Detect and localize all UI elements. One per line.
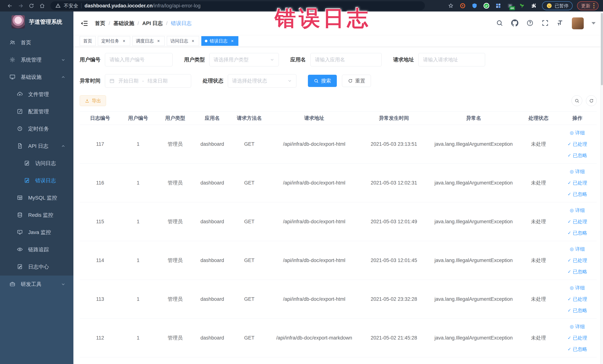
user-type-placeholder: 请选择用户类型: [214, 56, 249, 63]
help-icon[interactable]: [526, 19, 534, 27]
action-processed-link[interactable]: ✓已处理: [568, 180, 587, 186]
tab-access-log[interactable]: 访问日志: [167, 36, 199, 46]
user-type-select[interactable]: 请选择用户类型: [209, 53, 279, 66]
action-ignored-link[interactable]: ✓已忽略: [568, 269, 587, 275]
sidebar-item-mysql[interactable]: MySQL 监控: [0, 189, 73, 206]
extension-orange-ring-icon[interactable]: [459, 2, 466, 10]
eye-icon: ◎: [570, 169, 574, 174]
action-ignored-link[interactable]: ✓已忽略: [568, 191, 587, 198]
reset-button-label: 重置: [355, 78, 365, 84]
tab-home[interactable]: 首页: [80, 36, 96, 46]
breadcrumb-item[interactable]: 基础设施: [114, 20, 134, 27]
action-detail-link[interactable]: ◎详细: [570, 285, 585, 291]
eye-icon: ◎: [570, 130, 574, 135]
tab-job-log[interactable]: 调度日志: [132, 36, 165, 46]
tab-close-icon[interactable]: [121, 38, 127, 44]
paused-badge[interactable]: 已暂停: [542, 1, 573, 10]
browser-toolbar: 不安全 dashboard.yudao.iocoder.cn/infra/log…: [0, 0, 603, 12]
sidebar-item-access-log[interactable]: 访问日志: [0, 155, 73, 172]
tab-close-icon[interactable]: [190, 38, 196, 44]
action-processed-link[interactable]: ✓已处理: [568, 335, 587, 341]
extension-green-check-icon[interactable]: [483, 2, 490, 10]
sidebar-item-java[interactable]: Java 监控: [0, 224, 73, 241]
browser-back-icon[interactable]: [4, 1, 15, 10]
sidebar-item-trace[interactable]: 链路追踪: [0, 241, 73, 258]
bookmark-star-icon[interactable]: [447, 2, 454, 10]
action-label: 详细: [575, 207, 585, 214]
action-label: 已忽略: [573, 152, 587, 159]
chevron-down-icon: [61, 58, 66, 62]
sidebar-item-dev-tools[interactable]: 研发工具: [0, 276, 73, 293]
export-button[interactable]: 导出: [80, 95, 106, 106]
action-processed-link[interactable]: ✓已处理: [568, 141, 587, 147]
browser-reload-icon[interactable]: [26, 1, 37, 10]
action-processed-link[interactable]: ✓已处理: [568, 257, 587, 264]
request-url-input[interactable]: [418, 53, 485, 66]
breadcrumb-item[interactable]: 错误日志: [171, 20, 192, 27]
search-icon[interactable]: [496, 19, 504, 27]
sidebar-item-system[interactable]: 系统管理: [0, 51, 73, 69]
tab-error-log[interactable]: 错误日志: [201, 36, 238, 46]
action-processed-link[interactable]: ✓已处理: [568, 218, 587, 225]
exception-time-range-picker[interactable]: 开始日期 - 结束日期: [105, 74, 191, 88]
search-button[interactable]: 搜索: [308, 75, 337, 87]
avatar[interactable]: [572, 17, 584, 29]
action-detail-link[interactable]: ◎详细: [570, 130, 585, 136]
scrollbar-thumb[interactable]: [601, 13, 603, 85]
sidebar-collapse-icon[interactable]: [80, 19, 89, 28]
action-detail-link[interactable]: ◎详细: [570, 168, 585, 175]
toggle-search-button[interactable]: [571, 95, 582, 106]
tab-label: 调度日志: [136, 38, 154, 44]
action-ignored-link[interactable]: ✓已忽略: [568, 307, 587, 314]
action-ignored-link[interactable]: ✓已忽略: [568, 230, 587, 236]
process-status-select[interactable]: 请选择处理状态: [228, 74, 296, 88]
sidebar-item-redis[interactable]: Redis 监控: [0, 206, 73, 224]
sidebar-item-file[interactable]: 文件管理: [0, 86, 73, 103]
tab-close-icon[interactable]: [230, 38, 235, 44]
tab-label: 首页: [83, 38, 92, 44]
font-size-icon[interactable]: [557, 19, 565, 27]
action-ignored-link[interactable]: ✓已忽略: [568, 152, 587, 159]
extension-grid-icon[interactable]: [495, 2, 502, 10]
breadcrumb-item[interactable]: API 日志: [142, 20, 163, 27]
extension-list-icon[interactable]: on: [506, 2, 514, 10]
app-name-input[interactable]: [310, 53, 382, 66]
github-icon[interactable]: [511, 19, 519, 27]
sidebar-item-home[interactable]: 首页: [0, 34, 73, 51]
action-detail-link[interactable]: ◎详细: [570, 207, 585, 214]
browser-forward-icon[interactable]: [15, 1, 26, 10]
extension-blue-shield-icon[interactable]: [471, 2, 478, 10]
extension-puzzle-icon[interactable]: [530, 2, 538, 10]
column-header-0: 日志编号: [80, 111, 120, 125]
cell-user-id: 1: [120, 318, 156, 357]
cell-actions: ◎详细✓已处理✓已忽略: [558, 280, 597, 318]
tab-close-icon[interactable]: [156, 38, 161, 44]
action-detail-link[interactable]: ◎详细: [570, 246, 585, 252]
extension-plant-icon[interactable]: [518, 2, 526, 10]
avatar-caret-icon[interactable]: [591, 22, 596, 24]
cell-actions: ◎详细✓已处理✓已忽略: [558, 164, 597, 202]
sidebar-item-job[interactable]: 定时任务: [0, 120, 73, 137]
action-detail-link[interactable]: ◎详细: [570, 323, 585, 330]
search-icon: [314, 78, 319, 83]
sidebar-logo[interactable]: 芋道管理系统: [0, 12, 73, 29]
sidebar-item-infra[interactable]: 基础设施: [0, 69, 73, 86]
request-url-label: 请求地址: [393, 56, 414, 63]
sidebar-item-error-log[interactable]: 错误日志: [0, 172, 73, 189]
sidebar-item-api-log[interactable]: API 日志: [0, 137, 73, 155]
breadcrumb-item[interactable]: 首页: [95, 20, 105, 27]
browser-home-icon[interactable]: [37, 1, 47, 10]
security-label[interactable]: 不安全: [64, 3, 78, 9]
reset-button[interactable]: 重置: [342, 75, 371, 87]
sidebar-item-config[interactable]: 配置管理: [0, 103, 73, 120]
refresh-table-button[interactable]: [586, 95, 597, 106]
tab-cron-job[interactable]: 定时任务: [98, 36, 130, 46]
address-bar[interactable]: 不安全 dashboard.yudao.iocoder.cn/infra/log…: [50, 1, 425, 10]
action-ignored-link[interactable]: ✓已忽略: [568, 346, 587, 352]
sidebar-item-log-center[interactable]: 日志中心: [0, 258, 73, 275]
action-processed-link[interactable]: ✓已处理: [568, 296, 587, 303]
user-id-input[interactable]: [105, 53, 173, 66]
update-button[interactable]: 更新: [577, 1, 599, 10]
fullscreen-icon[interactable]: [542, 19, 550, 27]
browser-menu-icon[interactable]: [593, 3, 594, 8]
